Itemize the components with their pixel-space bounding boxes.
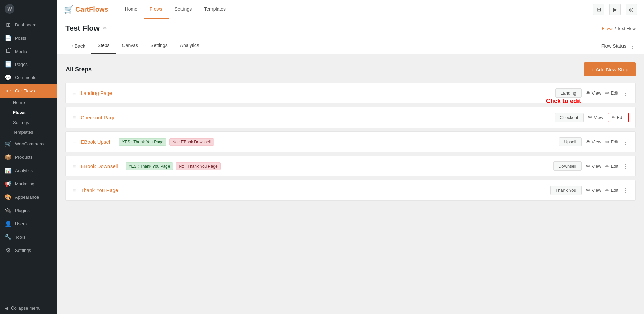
topnav-tab-home[interactable]: Home <box>119 0 144 19</box>
page-title-row: Test Flow ✏ <box>65 24 107 33</box>
page-title-edit-icon[interactable]: ✏ <box>103 25 107 32</box>
sidebar-item-tools[interactable]: 🔧 Tools <box>0 230 57 244</box>
topnav-tab-flows[interactable]: Flows <box>144 0 169 19</box>
edit-button-upsell[interactable]: ✏ Edit <box>605 139 618 145</box>
all-steps-header: All Steps + Add New Step <box>65 62 636 76</box>
sidebar-item-label: WooCommerce <box>15 141 46 146</box>
step-name-ebook-upsell[interactable]: EBook Upsell <box>80 139 111 145</box>
add-new-step-button[interactable]: + Add New Step <box>584 62 636 76</box>
sidebar-item-label: Marketing <box>15 181 34 186</box>
step-badge-landing: Landing <box>555 88 581 98</box>
drag-handle-icon[interactable]: ≡ <box>73 139 76 145</box>
sidebar-item-label: Users <box>15 221 27 226</box>
sidebar-item-label: Products <box>15 155 32 160</box>
content-area: All Steps + Add New Step ≡ Landing Page … <box>57 54 644 314</box>
edit-icon: ✏ <box>605 139 610 145</box>
sidebar-sub-home[interactable]: Home <box>5 98 57 108</box>
sidebar-item-analytics[interactable]: 📊 Analytics <box>0 164 57 177</box>
view-button-landing[interactable]: 👁 View <box>586 90 601 96</box>
sidebar-item-appearance[interactable]: 🎨 Appearance <box>0 190 57 204</box>
products-icon: 📦 <box>5 154 12 160</box>
sidebar-item-posts[interactable]: 📄 Posts <box>0 31 57 45</box>
step-row-landing-page: ≡ Landing Page Landing 👁 View ✏ Edit ⋮ <box>65 83 636 103</box>
sidebar-item-comments[interactable]: 💬 Comments <box>0 71 57 84</box>
sidebar-item-label: Media <box>15 49 27 54</box>
more-options-downsell[interactable]: ⋮ <box>623 162 629 170</box>
step-badge-upsell: Upsell <box>559 137 582 146</box>
sidebar-sub-templates[interactable]: Templates <box>5 127 57 137</box>
subtab-analytics[interactable]: Analytics <box>174 38 205 54</box>
woocommerce-icon: 🛒 <box>5 141 12 147</box>
sidebar-sub-settings[interactable]: Settings <box>5 117 57 127</box>
step-badge-checkout: Checkout <box>555 113 584 122</box>
more-options-upsell[interactable]: ⋮ <box>623 138 629 146</box>
edit-button-downsell[interactable]: ✏ Edit <box>605 163 618 169</box>
back-chevron-icon: ‹ <box>72 43 73 49</box>
sidebar-item-label: Comments <box>15 75 36 80</box>
drag-handle-icon[interactable]: ≡ <box>73 163 76 169</box>
subtab-settings[interactable]: Settings <box>144 38 174 54</box>
sidebar-item-label: Plugins <box>15 208 30 213</box>
pages-icon: 📃 <box>5 61 12 68</box>
sidebar-item-products[interactable]: 📦 Products <box>0 151 57 164</box>
sidebar-item-users[interactable]: 👤 Users <box>0 217 57 230</box>
sidebar-item-woocommerce[interactable]: 🛒 WooCommerce <box>0 137 57 151</box>
step-tags-downsell: YES : Thank You Page No : Thank You Page <box>126 162 221 170</box>
step-row-right: Landing 👁 View ✏ Edit ⋮ <box>555 88 629 98</box>
tools-icon: 🔧 <box>5 234 12 240</box>
breadcrumb-flows-link[interactable]: Flows <box>602 26 614 31</box>
more-options-thankyou[interactable]: ⋮ <box>623 187 629 194</box>
dashboard-icon: ⊞ <box>5 22 12 28</box>
drag-handle-icon[interactable]: ≡ <box>73 187 76 194</box>
sidebar-sub-flows[interactable]: Flows <box>5 108 57 117</box>
edit-button-checkout[interactable]: ✏ Edit <box>608 113 629 122</box>
step-name-checkout-page[interactable]: Checkout Page <box>80 115 116 120</box>
view-icon: 👁 <box>586 188 590 193</box>
back-button[interactable]: ‹ Back <box>65 39 91 54</box>
sidebar-item-media[interactable]: 🖼 Media <box>0 45 57 58</box>
tag-yes-downsell: YES : Thank You Page <box>126 162 173 170</box>
view-button-downsell[interactable]: 👁 View <box>586 163 601 169</box>
sidebar-item-pages[interactable]: 📃 Pages <box>0 58 57 71</box>
sidebar-item-cartflows[interactable]: ↩ CartFlows <box>0 84 57 98</box>
topnav-tabs: Home Flows Settings Templates <box>119 0 232 19</box>
step-name-ebook-downsell[interactable]: EBook Downsell <box>80 163 118 169</box>
step-name-thank-you-page[interactable]: Thank You Page <box>80 187 118 193</box>
step-name-landing-page[interactable]: Landing Page <box>80 90 112 96</box>
sidebar-item-label: Pages <box>15 62 28 67</box>
step-row-right: Checkout 👁 View ✏ Edit <box>555 113 629 122</box>
view-button-thankyou[interactable]: 👁 View <box>586 188 601 193</box>
topnav-tab-templates[interactable]: Templates <box>198 0 232 19</box>
sidebar-item-label: Tools <box>15 234 25 240</box>
subtab-canvas[interactable]: Canvas <box>116 38 144 54</box>
drag-handle-icon[interactable]: ≡ <box>73 114 76 120</box>
collapse-menu-button[interactable]: ◀ Collapse menu <box>0 302 57 314</box>
all-steps-title: All Steps <box>65 66 92 73</box>
view-button-upsell[interactable]: 👁 View <box>586 139 601 145</box>
subtab-steps[interactable]: Steps <box>91 38 116 54</box>
edit-button-landing[interactable]: ✏ Edit <box>605 90 618 96</box>
flow-status-more-icon[interactable]: ⋮ <box>630 42 636 50</box>
step-row-checkout-page: ≡ Checkout Page Checkout 👁 View ✏ Edit C… <box>65 107 636 128</box>
topnav-right-actions: ⊞ ▶ ◎ <box>593 4 637 15</box>
page-header: Test Flow ✏ Flows / Test Flow <box>57 19 644 38</box>
edit-button-thankyou[interactable]: ✏ Edit <box>605 188 618 193</box>
sidebar-item-label: Analytics <box>15 168 33 173</box>
more-options-landing[interactable]: ⋮ <box>623 89 629 97</box>
edit-icon: ✏ <box>605 188 610 193</box>
video-button[interactable]: ▶ <box>609 4 621 15</box>
drag-handle-icon[interactable]: ≡ <box>73 90 76 96</box>
tag-no-downsell: No : Thank You Page <box>176 162 220 170</box>
step-row-right: Thank You 👁 View ✏ Edit ⋮ <box>550 186 629 195</box>
sidebar-item-dashboard[interactable]: ⊞ Dashboard <box>0 18 57 31</box>
topnav-tab-settings[interactable]: Settings <box>169 0 198 19</box>
sidebar-item-label: Appearance <box>15 195 39 200</box>
help-button[interactable]: ◎ <box>626 4 637 15</box>
sidebar-item-settings[interactable]: ⚙ Settings <box>0 244 57 257</box>
sidebar: W ⊞ Dashboard 📄 Posts 🖼 Media 📃 Pages 💬 … <box>0 0 57 314</box>
sidebar-item-label: Dashboard <box>15 22 37 27</box>
sidebar-item-marketing[interactable]: 📢 Marketing <box>0 177 57 190</box>
sidebar-item-plugins[interactable]: 🔌 Plugins <box>0 204 57 217</box>
view-button-checkout[interactable]: 👁 View <box>588 115 603 120</box>
grid-view-button[interactable]: ⊞ <box>593 4 604 15</box>
